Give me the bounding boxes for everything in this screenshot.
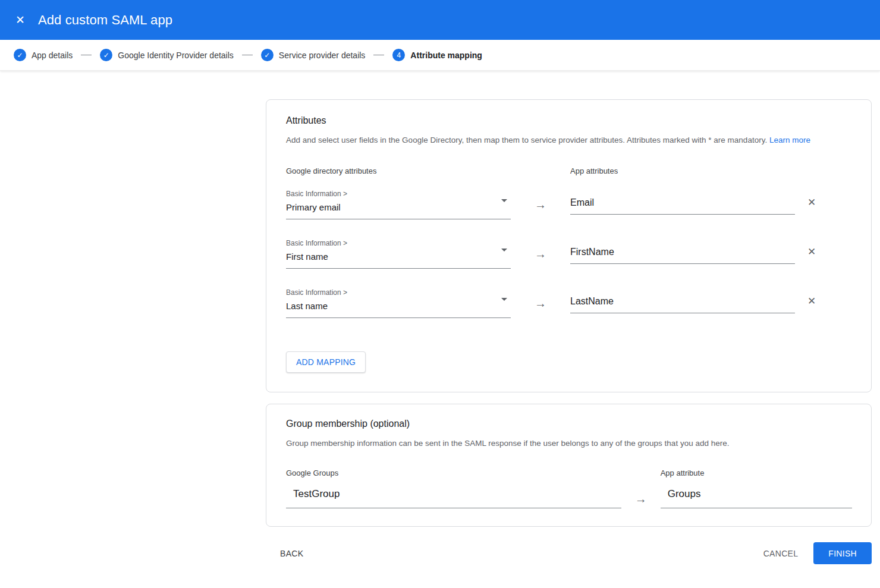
remove-mapping-icon[interactable]: ✕	[807, 247, 816, 257]
attributes-title: Attributes	[286, 115, 852, 126]
select-value: Last name	[286, 301, 511, 311]
step-label: Attribute mapping	[410, 51, 482, 60]
remove-mapping-icon[interactable]: ✕	[807, 197, 816, 207]
step-connector	[242, 55, 253, 55]
app-attributes-header: App attributes	[570, 166, 618, 175]
mapping-arrow-icon: →	[511, 190, 570, 212]
app-attribute-column: App attribute	[661, 468, 852, 508]
select-value: Primary email	[286, 202, 511, 212]
mapping-arrow-icon: →	[511, 288, 570, 310]
select-value: First name	[286, 251, 511, 262]
app-attribute-input[interactable]	[570, 296, 795, 313]
directory-attribute-select[interactable]: Basic Information > First name	[286, 239, 511, 269]
add-mapping-button[interactable]: ADD MAPPING	[286, 351, 366, 373]
stepper: ✓ App details ✓ Google Identity Provider…	[0, 40, 880, 71]
dialog-title: Add custom SAML app	[38, 12, 172, 28]
group-app-attribute-input[interactable]	[661, 488, 852, 508]
group-mapping-arrow-icon: →	[621, 468, 661, 506]
step-connector	[81, 55, 92, 55]
group-membership-title: Group membership (optional)	[286, 419, 852, 429]
dialog-header: ✕ Add custom SAML app	[0, 0, 880, 40]
remove-mapping-icon[interactable]: ✕	[807, 296, 816, 306]
step-label: App details	[32, 51, 73, 60]
select-category-label: Basic Information >	[286, 239, 511, 247]
dialog-footer: BACK CANCEL FINISH	[266, 542, 872, 564]
mapping-row: Basic Information > First name → ✕	[286, 239, 852, 269]
google-groups-column: Google Groups	[286, 468, 621, 508]
content-area: Attributes Add and select user fields in…	[0, 71, 880, 564]
attributes-description: Add and select user fields in the Google…	[286, 134, 852, 146]
close-icon[interactable]: ✕	[8, 8, 32, 32]
footer-right-actions: CANCEL FINISH	[763, 542, 872, 564]
google-directory-attributes-header: Google directory attributes	[286, 166, 570, 175]
mapping-column-headers: Google directory attributes App attribut…	[286, 166, 852, 175]
cancel-button[interactable]: CANCEL	[763, 549, 799, 558]
attributes-description-text: Add and select user fields in the Google…	[286, 136, 767, 144]
step-check-icon: ✓	[100, 49, 112, 61]
step-service-provider-details[interactable]: ✓ Service provider details	[261, 49, 366, 61]
step-app-details[interactable]: ✓ App details	[14, 49, 73, 61]
app-attribute-header: App attribute	[661, 468, 852, 477]
finish-button[interactable]: FINISH	[813, 542, 872, 564]
dropdown-arrow-icon	[501, 298, 507, 301]
group-membership-description: Group membership information can be sent…	[286, 438, 852, 449]
step-google-idp-details[interactable]: ✓ Google Identity Provider details	[100, 49, 234, 61]
select-category-label: Basic Information >	[286, 190, 511, 198]
app-attribute-input[interactable]	[570, 247, 795, 264]
mapping-list: Basic Information > Primary email → ✕ Ba…	[286, 190, 852, 318]
add-custom-saml-app-dialog: ✕ Add custom SAML app ✓ App details ✓ Go…	[0, 0, 880, 564]
dropdown-arrow-icon	[501, 249, 507, 251]
mapping-row: Basic Information > Primary email → ✕	[286, 190, 852, 219]
step-number: 4	[392, 49, 405, 61]
step-label: Service provider details	[279, 51, 366, 60]
step-connector	[373, 55, 384, 55]
mapping-arrow-icon: →	[511, 239, 570, 261]
google-groups-input[interactable]	[286, 488, 621, 508]
select-category-label: Basic Information >	[286, 288, 511, 297]
step-check-icon: ✓	[261, 49, 274, 61]
directory-attribute-select[interactable]: Basic Information > Last name	[286, 288, 511, 318]
step-label: Google Identity Provider details	[118, 51, 234, 60]
attributes-card: Attributes Add and select user fields in…	[266, 99, 872, 392]
directory-attribute-select[interactable]: Basic Information > Primary email	[286, 190, 511, 219]
dropdown-arrow-icon	[501, 199, 507, 202]
group-mapping-row: Google Groups → App attribute	[286, 468, 852, 508]
step-attribute-mapping[interactable]: 4 Attribute mapping	[392, 49, 482, 61]
learn-more-link[interactable]: Learn more	[769, 136, 810, 144]
google-groups-header: Google Groups	[286, 468, 621, 477]
back-button[interactable]: BACK	[280, 549, 303, 558]
step-check-icon: ✓	[14, 49, 26, 61]
app-attribute-input[interactable]	[570, 197, 795, 215]
mapping-row: Basic Information > Last name → ✕	[286, 288, 852, 318]
group-membership-card: Group membership (optional) Group member…	[266, 404, 872, 527]
